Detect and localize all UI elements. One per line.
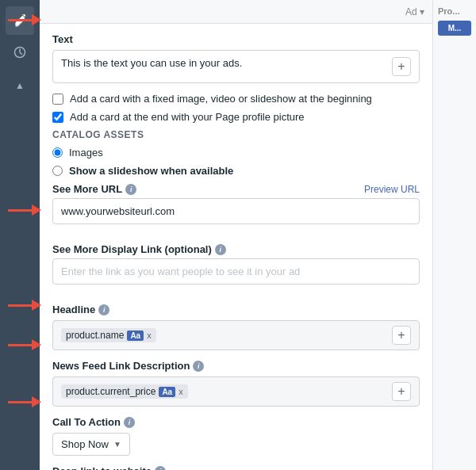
news-feed-tag: product.current_price Aa x [61, 384, 188, 399]
news-feed-info-icon[interactable]: i [193, 361, 204, 372]
arrow1 [8, 14, 41, 25]
arrow4 [8, 339, 41, 350]
call-to-action-field: Call To Action i Shop Now ▼ [52, 416, 420, 456]
arrow-head [32, 300, 41, 311]
deep-link-field: Deep link to website i [52, 465, 420, 470]
call-to-action-info-icon[interactable]: i [124, 417, 135, 428]
checkbox2[interactable] [52, 112, 63, 123]
right-panel-button[interactable]: M... [438, 21, 471, 36]
news-feed-plus-button[interactable]: + [392, 382, 411, 401]
arrow-head [32, 396, 41, 407]
call-to-action-dropdown[interactable]: Shop Now ▼ [52, 433, 130, 456]
chevron-up-icon[interactable]: ▲ [6, 76, 34, 95]
topbar-label: Ad ▾ [405, 6, 424, 17]
content-wrapper: ▲ Ad ▾ Text This is the text you can use… [0, 0, 476, 470]
arrow-line [8, 401, 32, 403]
clock-icon[interactable] [6, 38, 34, 67]
headline-tag-remove[interactable]: x [147, 331, 152, 340]
catalog-assets-section: Catalog Assets Images Show a slideshow w… [52, 129, 420, 177]
arrow-line [8, 304, 32, 307]
radio-slideshow[interactable] [52, 166, 63, 176]
headline-info-icon[interactable]: i [98, 304, 109, 315]
text-plus-button[interactable]: + [392, 57, 411, 76]
headline-plus-button[interactable]: + [392, 326, 411, 345]
see-more-url-header: See More URL i Preview URL [52, 183, 420, 195]
text-input-wrapper: This is the text you can use in your ads… [52, 50, 420, 83]
arrow-head [32, 14, 41, 25]
deep-link-label: Deep link to website i [52, 465, 420, 470]
news-feed-tags: product.current_price Aa x [61, 384, 392, 399]
radio-images[interactable] [52, 147, 63, 158]
news-feed-tag-remove[interactable]: x [178, 387, 183, 396]
arrow-line [8, 19, 32, 21]
call-to-action-label: Call To Action i [52, 416, 420, 428]
radio-slideshow-label: Show a slideshow when available [69, 165, 233, 177]
arrow-head [32, 204, 41, 216]
preview-url-link[interactable]: Preview URL [364, 184, 420, 195]
display-link-info-icon[interactable]: i [215, 244, 226, 255]
headline-tags: product.name Aa x [61, 328, 392, 342]
see-more-display-link-field: See More Display Link (optional) i [52, 243, 420, 294]
arrow5 [8, 396, 41, 407]
headline-label: Headline i [52, 304, 420, 315]
text-input-value: This is the text you can use in your ads… [61, 57, 392, 69]
arrow-line [8, 209, 32, 212]
news-feed-field: News Feed Link Description i product.cur… [52, 360, 420, 407]
see-more-display-link-label: See More Display Link (optional) i [52, 243, 420, 255]
headline-tag: product.name Aa x [61, 328, 156, 342]
checkbox1-row: Add a card with a fixed image, video or … [52, 93, 420, 105]
catalog-assets-label: Catalog Assets [52, 129, 420, 140]
checkbox1[interactable] [52, 94, 63, 105]
see-more-url-label: See More URL i [52, 183, 136, 195]
form-area: Text This is the text you can use in you… [40, 24, 432, 470]
arrow-head [32, 339, 41, 350]
checkbox2-row: Add a card at the end with your Page pro… [52, 111, 420, 123]
radio-slideshow-row: Show a slideshow when available [52, 165, 420, 177]
app-container: ▲ Ad ▾ Text This is the text you can use… [0, 0, 476, 470]
right-panel-label: Pro... [438, 6, 471, 16]
see-more-url-info-icon[interactable]: i [125, 184, 136, 195]
see-more-display-link-input[interactable] [52, 258, 420, 285]
radio-images-label: Images [69, 147, 103, 159]
see-more-url-input[interactable] [52, 198, 420, 224]
arrow2 [8, 204, 41, 216]
radio-images-row: Images [52, 147, 420, 159]
topbar: Ad ▾ [40, 0, 432, 24]
checkbox1-label: Add a card with a fixed image, video or … [70, 93, 372, 105]
news-feed-label: News Feed Link Description i [52, 360, 420, 372]
main-content: Ad ▾ Text This is the text you can use i… [40, 0, 432, 470]
checkbox2-label: Add a card at the end with your Page pro… [70, 111, 305, 123]
dropdown-arrow-icon: ▼ [113, 440, 121, 449]
right-panel: Pro... M... [432, 0, 476, 470]
headline-input-wrapper: product.name Aa x + [52, 320, 420, 350]
text-section: Text This is the text you can use in you… [52, 33, 420, 83]
headline-field: Headline i product.name Aa x + [52, 304, 420, 350]
deep-link-info-icon[interactable]: i [155, 466, 166, 471]
text-section-label: Text [52, 33, 420, 45]
arrow-line [8, 344, 32, 346]
arrow3 [8, 300, 41, 311]
news-feed-input-wrapper: product.current_price Aa x + [52, 376, 420, 407]
see-more-url-field: See More URL i Preview URL [52, 183, 420, 234]
